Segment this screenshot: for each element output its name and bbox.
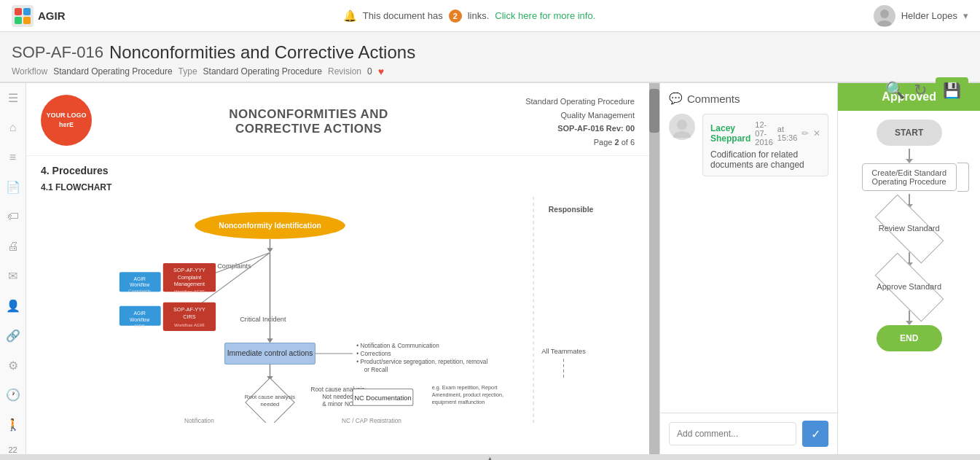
svg-text:NC Documentation: NC Documentation [354,394,411,402]
comments-column: 💬 Comments Lacey Sheppard 12-07-2016 [659,83,837,454]
notification-mid: links. [468,10,490,21]
svg-text:Amendment, product rejection,: Amendment, product rejection, [432,391,503,398]
page-header: SOP-AF-016 Nonconformities and Correctiv… [0,32,980,82]
comment-bubble-icon: 💬 [669,92,683,105]
svg-text:AGIR: AGIR [134,276,146,281]
user-name: Helder Lopes [901,10,957,21]
workflow-value: Standard Operating Procedure [53,66,172,77]
svg-text:CIRS: CIRS [134,323,145,328]
svg-text:Management: Management [174,281,205,287]
search-button[interactable]: 🔍 [885,81,905,100]
toolbar: 🔍 ↻ 💾 [885,77,968,104]
svg-text:NC / CAP Registration: NC / CAP Registration [342,418,401,423]
page-title: SOP-AF-016 Nonconformities and Correctiv… [12,42,968,63]
bottom-scroll-bar[interactable]: ▲ [0,454,980,460]
sidebar-home-icon[interactable]: ⌂ [3,119,23,137]
doc-scroll-thumb[interactable] [649,89,659,133]
workflow-body: START Create/Edit Standard Operating Pro… [838,111,980,454]
revision-value: 0 [367,66,372,77]
top-navigation: AGIR 🔔 This document has 2 links. Click … [0,0,980,32]
refresh-button[interactable]: ↻ [914,81,927,100]
document-page: YOUR LOGO herE NONCONFORMITIES AND CORRE… [26,83,649,454]
app-logo[interactable]: AGIR [12,5,66,27]
doc-info: Standard Operating Procedure Quality Man… [525,95,635,149]
right-area: 💬 Comments Lacey Sheppard 12-07-2016 [659,83,980,454]
sidebar-doc-icon[interactable]: 📄 [3,178,23,196]
sidebar-clock-icon[interactable]: 🕐 [3,386,23,405]
workflow-step2: Review Standard [879,224,940,233]
comment-date: 12-07-2016 [755,120,772,147]
workflow-arrow-3 [909,252,910,264]
svg-text:or Recall: or Recall [364,366,388,373]
section4-title: 4. Procedures [41,165,635,176]
logo-text: YOUR LOGO herE [41,108,92,132]
save-button[interactable]: 💾 [936,77,968,104]
sidebar-mail-icon[interactable]: ✉ [3,268,23,286]
comment-author: Lacey Sheppard [710,123,750,144]
user-dropdown-icon[interactable]: ▾ [963,10,968,21]
svg-text:Complaint: Complaint [178,273,202,280]
sidebar-print-icon[interactable]: 🖨 [3,238,23,256]
doc-title-block: NONCONFORMITIES AND CORRECTIVE ACTIONS [106,95,511,149]
svg-rect-44 [246,378,294,423]
revision-label: Revision [328,66,361,77]
bell-icon: 🔔 [343,9,357,23]
svg-rect-3 [23,17,31,24]
svg-text:• Notification & Communication: • Notification & Communication [356,342,439,348]
workflow-start: START [877,120,942,146]
workflow-step3-node: Approve Standard [862,267,957,308]
svg-text:Critical Incident: Critical Incident [240,315,286,322]
workflow-end: END [877,325,942,351]
svg-text:• Product/service segregation,: • Product/service segregation, repetitio… [356,359,487,365]
doc-title-line1: NONCONFORMITIES AND [229,107,388,121]
comment-input-area: ✓ [660,413,837,454]
company-logo: YOUR LOGO herE [41,95,92,146]
comment-input[interactable] [669,422,796,445]
type-label: Type [179,66,197,77]
svg-text:Nonconformity Identification: Nonconformity Identification [219,222,321,230]
sidebar-tag-icon[interactable]: 🏷 [3,208,23,226]
svg-text:equipment malfunction: equipment malfunction [432,399,485,405]
doc-scrollbar[interactable] [649,83,659,454]
svg-text:All Teammates: All Teammates [541,348,586,355]
document-id: SOP-AF-016 [12,43,103,62]
comment-edit-icon[interactable]: ✏ [801,128,809,139]
sidebar-link-icon[interactable]: 🔗 [3,327,23,345]
sidebar-person-icon[interactable]: 🚶 [3,416,23,434]
comments-header: 💬 Comments [669,92,828,105]
sidebar-settings-icon[interactable]: ⚙ [3,356,23,375]
svg-text:& minor NC: & minor NC [322,401,353,408]
comment-time: at 15:36 [777,125,798,142]
comment-item: Lacey Sheppard 12-07-2016 at 15:36 ✏ ✕ C… [669,114,828,176]
workflow-label: Workflow [12,66,47,77]
comment-delete-icon[interactable]: ✕ [813,128,820,139]
sidebar-list-icon[interactable]: ≡ [3,149,23,167]
sidebar-menu-icon[interactable]: ☰ [3,89,23,107]
svg-marker-11 [267,248,273,252]
favorite-icon[interactable]: ♥ [378,66,384,77]
doc-quality: Quality Management [525,109,635,122]
document-area: YOUR LOGO herE NONCONFORMITIES AND CORRE… [26,83,659,454]
svg-text:Not needed: Not needed [322,394,353,400]
comment-submit-button[interactable]: ✓ [802,421,828,447]
doc-title-line2: CORRECTIVE ACTIONS [235,122,382,136]
sidebar-badge-number: 22 [8,445,17,454]
svg-marker-34 [267,338,273,343]
svg-text:SOP-AF-YYY: SOP-AF-YYY [173,267,205,273]
svg-point-60 [673,131,691,138]
svg-text:Workflow: Workflow [130,316,150,321]
svg-text:Complaints: Complaints [128,288,151,293]
workflow-step1-label: Create/Edit Standard Operating Procedure [871,168,946,186]
svg-text:CIRS: CIRS [183,313,195,320]
workflow-arrow-2 [909,194,910,206]
bottom-scroll-arrow: ▲ [486,454,495,460]
notification-link[interactable]: Click here for more info. [495,10,595,21]
svg-text:• Corrections: • Corrections [356,351,391,357]
flowchart-svg: Responsible Nonconformity Identification… [41,197,635,423]
sidebar-user-icon[interactable]: 👤 [3,297,23,315]
flowchart: Responsible Nonconformity Identification… [41,197,635,423]
workflow-step3: Approve Standard [877,282,941,292]
comment-text: Codification for related documents are c… [710,149,820,170]
doc-body: 4. Procedures 4.1 FLOWCHART Responsible … [26,156,649,432]
workflow-start-node: START [877,120,942,146]
